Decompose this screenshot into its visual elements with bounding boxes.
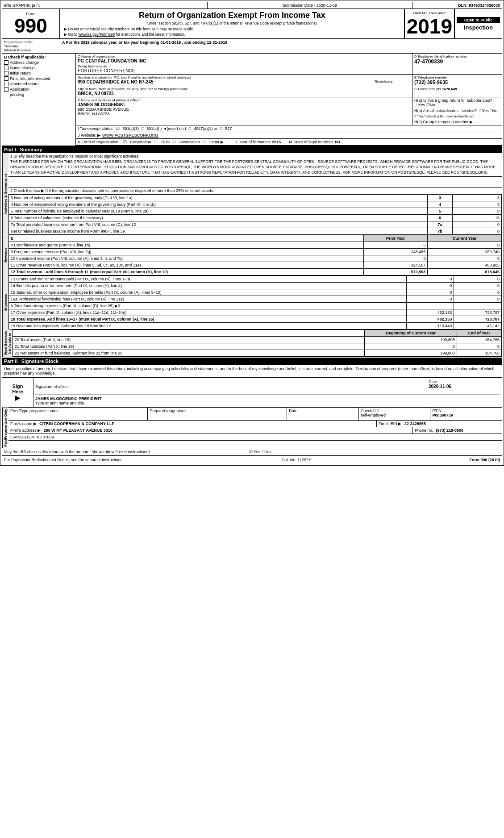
gross-receipts: 678,645 xyxy=(444,87,457,91)
line13-current: 0 xyxy=(454,275,502,282)
dept-info: Department of the Treasury Internal Reve… xyxy=(2,39,60,53)
line22-current: 154,766 xyxy=(457,350,501,356)
table-row: 22 Net assets or fund balances. Subtract… xyxy=(13,350,502,356)
table-row: 16a Professional fundraising fees (Part … xyxy=(9,296,502,302)
line10-prior: 0 xyxy=(363,255,428,262)
ptin-value: P00360739 xyxy=(432,413,500,417)
line6-label: 6 Total number of volunteers (estimate i… xyxy=(9,214,428,221)
revenue-side-label: Revenue xyxy=(2,235,8,275)
line9-prior: 248,486 xyxy=(363,248,428,255)
address-change-checkbox[interactable] xyxy=(4,60,8,65)
ein: 47-4709339 xyxy=(414,58,500,65)
application-checkbox[interactable] xyxy=(4,87,8,92)
officer-name: JAMES MLODGENSKI xyxy=(78,102,410,107)
org-name: PG CENTRAL FOUNDATION INC xyxy=(78,58,410,63)
table-row: 6 Total number of volunteers (estimate i… xyxy=(9,214,502,221)
officer-addr2: BRICK, NJ 08723 xyxy=(78,112,410,116)
form-990-page: efile GRAPHIC print Submission Date - 20… xyxy=(0,0,504,466)
preparer-city: LIVINGSTON, NJ 07039 xyxy=(8,434,502,441)
line7a-val: 0 xyxy=(452,221,501,228)
line3-label: 3 Number of voting members of the govern… xyxy=(9,194,428,201)
table-row: 7a Total unrelated business revenue from… xyxy=(9,221,502,228)
line18-label: 18 Total expenses. Add lines 13–17 (must… xyxy=(9,316,407,322)
table-row: 9 Program service revenue (Part VIII, li… xyxy=(9,248,502,255)
tax-exempt-row: I Tax-exempt status: ☑501(c)(3) □501(c)(… xyxy=(76,125,502,132)
hc-label: H(c) Group exemption number ▶ xyxy=(414,120,500,124)
table-row: 15 Salaries, other compensation, employe… xyxy=(9,289,502,296)
part2-header: Part II Signature Block xyxy=(2,358,502,365)
phone: (732) 395-9635 xyxy=(414,79,500,85)
table-row: Net unrelated business taxable income fr… xyxy=(9,228,502,234)
line8-current: 0 xyxy=(428,242,502,248)
line16a-prior: 0 xyxy=(406,296,454,302)
line16b-current xyxy=(454,302,502,309)
preparer-phone: (973) 218-0500 xyxy=(436,428,464,433)
officer-name-print: JAMES MLODGENSKI PRESIDENT Type or print… xyxy=(35,396,500,405)
line17-prior: 462,153 xyxy=(406,309,454,316)
form-type-row: K Form of organization: ☑Corporation □Tr… xyxy=(76,139,502,146)
pending-label: pending xyxy=(10,92,74,97)
website-row: J Website: ▶ WWW.POSTGRESCONF.ORG xyxy=(76,132,502,139)
line7b-num: 7b xyxy=(428,228,452,234)
final-return-item: Final return/terminated xyxy=(4,76,74,81)
line11-prior: 324,107 xyxy=(363,262,428,268)
line19-current: -45,142 xyxy=(454,322,502,329)
c-label: C Name of organization xyxy=(78,54,410,58)
amended-return-checkbox[interactable] xyxy=(4,82,8,86)
table-row: 12 Total revenue—add lines 8 through 11 … xyxy=(9,268,502,275)
line9-label: 9 Program service revenue (Part VIII, li… xyxy=(9,248,364,255)
hb-group: H(b) Are all subordinates included? □Yes… xyxy=(414,108,500,113)
table-row: 5 Total number of individuals employed i… xyxy=(9,208,502,214)
final-return-checkbox[interactable] xyxy=(4,76,8,81)
line7b-val: 0 xyxy=(452,228,501,234)
line4-num: 4 xyxy=(428,201,452,208)
form-title: Return of Organization Exempt From Incom… xyxy=(64,11,400,20)
sign-here-block: Sign Here ▶ xyxy=(2,378,33,407)
open-to-label: Open to Public xyxy=(457,17,500,23)
line17-label: 17 Other expenses (Part IX, column (A), … xyxy=(9,309,407,316)
date-label: Date xyxy=(429,379,500,384)
line21-current: 0 xyxy=(457,343,501,350)
arrow1: ▶ Do not enter social security numbers o… xyxy=(64,27,400,31)
line16b-prior xyxy=(406,302,454,309)
table-row: 13 Grants and similar amounts paid (Part… xyxy=(9,275,502,282)
table-row: 11 Other revenue (Part VIII, column (A),… xyxy=(9,262,502,268)
line8-label: 8 Contributions and grants (Part VIII, l… xyxy=(9,242,364,248)
table-row: 21 Total liabilities (Part X, line 26) 0… xyxy=(13,343,502,350)
table-row: 4 Number of independent voting members o… xyxy=(9,201,502,208)
arrow2: ▶ Go to www.irs.gov/Form990 for instruct… xyxy=(64,32,400,37)
line9-current: 269,740 xyxy=(428,248,502,255)
footer-discuss-row: May the IRS discuss this return with the… xyxy=(2,448,502,456)
application-item: Application xyxy=(4,87,74,92)
address-change-item: Address change xyxy=(4,60,74,65)
boc-header: Beginning of Current Year xyxy=(365,329,457,336)
arrow-sign: ▶ xyxy=(15,394,20,401)
line6-val: 15 xyxy=(452,214,501,221)
table-row: Beginning of Current Year End of Year xyxy=(13,329,502,336)
ha-group: H(a) Is this a group return for subordin… xyxy=(414,98,500,107)
line20-current: 154,766 xyxy=(457,336,501,343)
table-row: 19 Revenue less expenses. Subtract line … xyxy=(9,322,502,329)
preparer-row3: Firm's address ▶ 290 W MT PLEASANT AVENU… xyxy=(8,427,502,434)
line7a-num: 7a xyxy=(428,221,452,228)
line18-prior: 462,153 xyxy=(406,316,454,322)
form-number: 990 xyxy=(14,16,47,36)
activities-side-label: Activities & Governance xyxy=(2,153,8,235)
preparer-row2: Firm's name ▶ CITRIN COOPERMAN & COMPANY… xyxy=(8,421,502,427)
d-label: D Employer identification number xyxy=(414,54,500,58)
line14-prior: 0 xyxy=(406,282,454,289)
dba-label: Doing business as xyxy=(78,64,410,68)
inspection-label: Inspection xyxy=(464,24,493,31)
table-row: 8 Contributions and grants (Part VIII, l… xyxy=(9,242,502,248)
line12-prior: 572,593 xyxy=(363,268,428,275)
firm-ein: 22-2428965 xyxy=(404,421,426,426)
line2-row: 2 Check this box ▶ □ if the organization… xyxy=(8,188,502,194)
initial-return-checkbox[interactable] xyxy=(4,71,8,75)
line19-label: 19 Revenue less expenses. Subtract line … xyxy=(9,322,407,329)
table-row: 3 Number of voting members of the govern… xyxy=(9,194,502,201)
signature-line: Signature of officer Date 2020-11-06 xyxy=(35,379,500,395)
line3-num: 3 xyxy=(428,194,452,201)
firm-name: CITRIN COOPERMAN & COMPANY LLP xyxy=(39,421,114,426)
current-year-header: Current Year xyxy=(428,235,502,242)
name-change-checkbox[interactable] xyxy=(4,66,8,70)
